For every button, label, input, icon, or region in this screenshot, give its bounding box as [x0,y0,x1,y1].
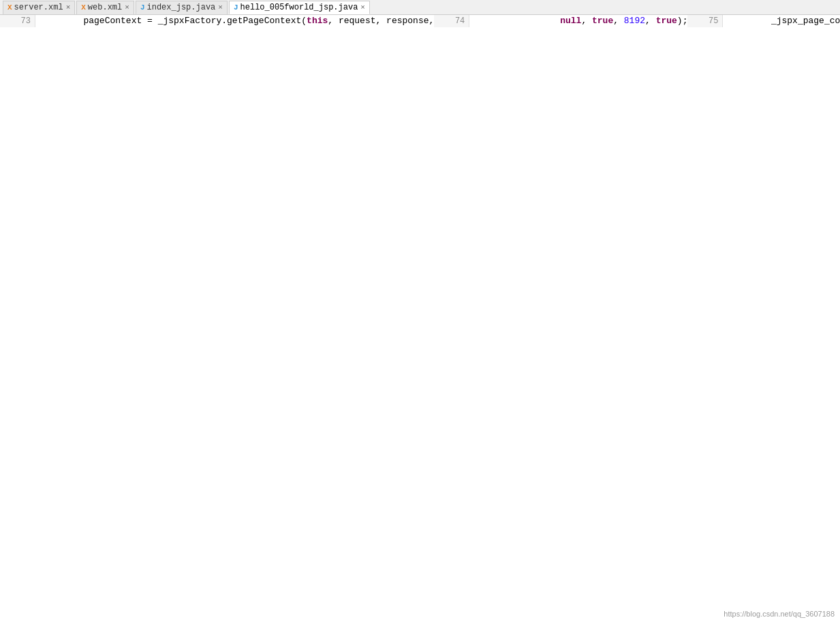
tab-icon-web-xml: X [81,3,86,12]
code-token: , [613,16,624,26]
tab-close-server-xml[interactable]: × [66,3,71,12]
code-token: this [307,16,328,26]
line-num-75: 75 [687,15,723,27]
code-token: true [656,16,677,26]
line-number-label-74: 74 [455,16,465,26]
code-token: _jspx_page_context = pageContext; [771,16,840,26]
tab-index-jsp[interactable]: Jindex_jsp.java× [136,1,228,14]
tab-label-hello-jsp: hello_005fworld_jsp.java [240,3,358,12]
tab-icon-index-jsp: J [140,3,145,12]
tab-web-xml[interactable]: Xweb.xml× [76,1,134,14]
code-token: ); [677,16,688,26]
line-number-label-73: 73 [21,16,31,26]
watermark: https://blog.csdn.net/qq_3607188 [724,610,835,618]
line-num-73: 73 [0,15,35,27]
code-token: pageContext = _jspxFactory.getPageContex… [83,16,307,26]
tab-label-index-jsp: index_jsp.java [146,3,215,12]
line-74: 74 null, true, 8192, true); [434,15,687,27]
tab-label-web-xml: web.xml [88,3,122,12]
line-num-74: 74 [434,15,469,27]
code-token: , [581,16,592,26]
tab-close-hello-jsp[interactable]: × [360,3,365,12]
line-code-74: null, true, 8192, true); [469,15,687,27]
line-code-75: _jspx_page_context = pageContext; [723,15,840,27]
tab-label-server-xml: server.xml [14,3,63,12]
code-token: , request, response, [328,16,434,26]
tab-hello-jsp[interactable]: Jhello_005fworld_jsp.java× [229,1,370,14]
tab-close-index-jsp[interactable]: × [218,3,223,12]
tab-close-web-xml[interactable]: × [125,3,129,12]
line-75: 75 _jspx_page_context = pageContext; [687,15,840,27]
code-token: null [560,16,581,26]
line-number-label-75: 75 [709,16,718,26]
code-token: true [592,16,613,26]
line-73: 73 pageContext = _jspxFactory.getPageCon… [0,15,434,27]
line-code-73: pageContext = _jspxFactory.getPageContex… [35,15,434,27]
tab-server-xml[interactable]: Xserver.xml× [3,1,75,14]
tab-bar: Xserver.xml×Xweb.xml×Jindex_jsp.java×Jhe… [0,0,840,15]
tab-icon-hello-jsp: J [234,3,238,12]
editor-container: 73 pageContext = _jspxFactory.getPageCon… [0,15,840,622]
code-area[interactable]: 73 pageContext = _jspxFactory.getPageCon… [0,15,840,622]
code-token: 8192 [624,16,645,26]
code-content: 73 pageContext = _jspxFactory.getPageCon… [0,15,840,27]
code-token: , [645,16,656,26]
tab-icon-server-xml: X [7,3,12,12]
